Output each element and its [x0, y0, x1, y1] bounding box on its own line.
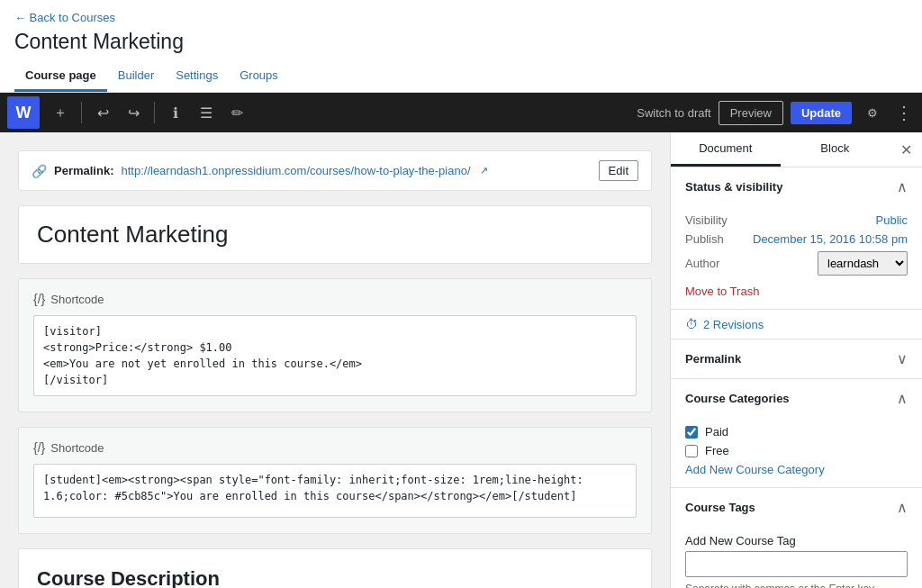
shortcode-textarea-2[interactable]: [33, 464, 637, 518]
revisions-icon: ⏱: [685, 317, 698, 331]
tab-builder[interactable]: Builder: [107, 61, 165, 92]
status-visibility-title: Status & visibility: [685, 180, 782, 194]
tab-groups[interactable]: Groups: [229, 61, 289, 92]
main-layout: 🔗 Permalink: http://learndash1.onpressid…: [0, 132, 922, 588]
page-title: Content Marketing: [14, 30, 908, 54]
category-free-checkbox[interactable]: [685, 445, 698, 457]
status-visibility-body: Visibility Public Publish December 15, 2…: [671, 206, 922, 309]
editor-toolbar: W ＋ ↩ ↪ ℹ ☰ ✏ Switch to draft Preview Up…: [0, 93, 922, 132]
publish-row: Publish December 15, 2016 10:58 pm: [685, 232, 908, 246]
more-options-icon[interactable]: ⋮: [893, 102, 915, 123]
category-free-label: Free: [705, 444, 729, 457]
course-description-heading: Course Description: [37, 567, 633, 588]
toolbar-separator-1: [81, 102, 82, 123]
wp-logo[interactable]: W: [7, 96, 40, 129]
add-block-icon[interactable]: ＋: [47, 99, 74, 126]
tags-body: Add New Course Tag Separate with commas …: [671, 527, 922, 588]
status-visibility-header[interactable]: Status & visibility ∧: [671, 167, 922, 206]
list-view-icon[interactable]: ☰: [193, 99, 220, 126]
shortcode-block-1: {/} Shortcode: [18, 278, 652, 412]
permalink-block: 🔗 Permalink: http://learndash1.onpressid…: [18, 150, 652, 191]
shortcode-brace-icon-2: {/}: [33, 440, 45, 455]
permalink-section-arrow: ∨: [897, 350, 908, 367]
shortcode-label-2: Shortcode: [50, 441, 104, 455]
publish-label: Publish: [685, 232, 724, 246]
author-select[interactable]: learndash: [818, 251, 908, 276]
shortcode-textarea-1[interactable]: [33, 315, 637, 396]
settings-icon[interactable]: ⚙: [859, 99, 886, 126]
permalink-section-header[interactable]: Permalink ∨: [671, 339, 922, 378]
categories-body: Paid Free Add New Course Category: [671, 418, 922, 487]
category-paid-checkbox[interactable]: [685, 426, 698, 439]
author-label: Author: [685, 257, 719, 270]
pencil-icon[interactable]: ✏: [223, 99, 250, 126]
move-to-trash-link[interactable]: Move to Trash: [685, 285, 759, 298]
category-paid-label: Paid: [705, 425, 728, 439]
title-block: Content Marketing: [18, 205, 652, 264]
permalink-url[interactable]: http://learndash1.onpressidium.com/cours…: [121, 164, 470, 177]
shortcode-label-1: Shortcode: [50, 293, 104, 306]
add-category-link[interactable]: Add New Course Category: [685, 463, 908, 476]
editor-inner: 🔗 Permalink: http://learndash1.onpressid…: [18, 150, 652, 588]
update-button[interactable]: Update: [791, 102, 852, 124]
permalink-section-title: Permalink: [685, 352, 741, 366]
permalink-label: Permalink:: [54, 164, 113, 177]
course-title[interactable]: Content Marketing: [37, 221, 633, 249]
toolbar-right: Switch to draft Preview Update ⚙ ⋮: [637, 99, 915, 126]
shortcode-block-2: {/} Shortcode: [18, 427, 652, 534]
tags-header[interactable]: Course Tags ∧: [671, 488, 922, 527]
tab-course-page[interactable]: Course page: [14, 61, 107, 92]
tags-section: Course Tags ∧ Add New Course Tag Separat…: [671, 488, 922, 588]
status-visibility-section: Status & visibility ∧ Visibility Public …: [671, 167, 922, 310]
permalink-edit-button[interactable]: Edit: [599, 160, 638, 181]
tags-title: Course Tags: [685, 501, 755, 514]
link-icon: 🔗: [32, 164, 47, 178]
undo-icon[interactable]: ↩: [89, 99, 116, 126]
sidebar-tabs: Document Block ✕: [671, 132, 922, 167]
tags-arrow: ∧: [897, 499, 908, 516]
category-free-row: Free: [685, 444, 908, 457]
status-visibility-arrow: ∧: [897, 178, 908, 195]
add-tag-label: Add New Course Tag: [685, 534, 908, 547]
categories-header[interactable]: Course Categories ∧: [671, 379, 922, 418]
categories-arrow: ∧: [897, 390, 908, 407]
tab-settings[interactable]: Settings: [165, 61, 229, 92]
visibility-label: Visibility: [685, 213, 728, 227]
switch-to-draft-button[interactable]: Switch to draft: [637, 106, 710, 120]
category-paid-row: Paid: [685, 425, 908, 439]
visibility-row: Visibility Public: [685, 213, 908, 227]
shortcode-brace-icon-1: {/}: [33, 292, 45, 306]
categories-title: Course Categories: [685, 392, 790, 405]
permalink-section: Permalink ∨: [671, 339, 922, 379]
publish-value[interactable]: December 15, 2016 10:58 pm: [753, 232, 908, 246]
shortcode-header-2: {/} Shortcode: [33, 440, 637, 455]
course-tag-hint: Separate with commas or the Enter key.: [685, 583, 908, 588]
toolbar-separator-2: [154, 102, 155, 123]
author-row: Author learndash: [685, 251, 908, 276]
back-to-courses-link[interactable]: ← Back to Courses: [14, 7, 908, 30]
redo-icon[interactable]: ↪: [120, 99, 147, 126]
external-link-icon: ↗: [480, 165, 488, 176]
info-icon[interactable]: ℹ: [162, 99, 189, 126]
preview-button[interactable]: Preview: [719, 101, 783, 125]
editor-area: 🔗 Permalink: http://learndash1.onpressid…: [0, 132, 670, 588]
course-tag-input[interactable]: [685, 551, 908, 577]
sidebar-tab-document[interactable]: Document: [671, 132, 781, 167]
revisions-row[interactable]: ⏱ 2 Revisions: [671, 310, 922, 339]
categories-section: Course Categories ∧ Paid Free Add New Co…: [671, 379, 922, 488]
course-description-block: Course Description Repellat perspiciatis…: [18, 548, 652, 588]
visibility-value[interactable]: Public: [876, 213, 908, 227]
shortcode-header-1: {/} Shortcode: [33, 292, 637, 306]
revisions-label: 2 Revisions: [703, 318, 764, 331]
sidebar: Document Block ✕ Status & visibility ∧ V…: [670, 132, 922, 588]
sidebar-tab-block[interactable]: Block: [781, 132, 890, 167]
tab-navigation: Course page Builder Settings Groups: [14, 61, 908, 92]
sidebar-close-button[interactable]: ✕: [890, 132, 922, 167]
